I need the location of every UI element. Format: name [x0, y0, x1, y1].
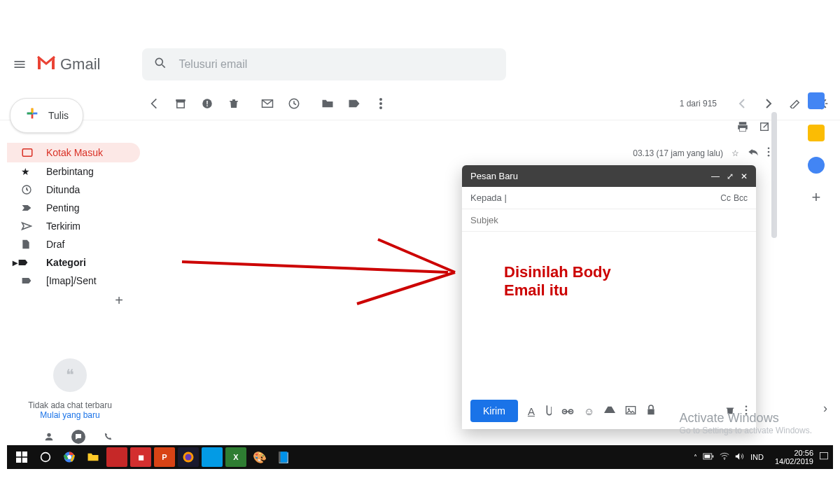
- emoji-icon[interactable]: ☺: [584, 405, 594, 417]
- chat-bubble-icon: ❝: [53, 358, 87, 392]
- taskbar-clock[interactable]: 20:56 14/02/2019: [775, 449, 813, 465]
- formatting-icon[interactable]: A: [528, 405, 535, 417]
- next-icon[interactable]: [762, 97, 776, 111]
- side-panel-toggle-icon[interactable]: ›: [823, 401, 827, 416]
- to-input[interactable]: [507, 192, 718, 203]
- fullscreen-icon[interactable]: ⤢: [727, 172, 734, 181]
- notifications-icon[interactable]: [819, 451, 829, 463]
- search-box[interactable]: [142, 48, 506, 80]
- svg-point-0: [156, 58, 163, 65]
- print-icon[interactable]: [736, 120, 749, 136]
- sidebar-item-categories[interactable]: ▸ Kategori: [7, 253, 140, 272]
- taskbar-app-4-icon[interactable]: 🎨: [249, 447, 270, 467]
- clock-icon: [21, 184, 35, 195]
- svg-line-1: [162, 65, 165, 68]
- cc-link[interactable]: Cc: [720, 193, 731, 203]
- add-label-button[interactable]: +: [7, 293, 140, 309]
- start-button[interactable]: [11, 447, 32, 467]
- mark-unread-icon[interactable]: [260, 97, 274, 111]
- labels-icon[interactable]: [347, 97, 361, 111]
- svg-point-25: [628, 408, 630, 410]
- spam-icon[interactable]: !: [200, 97, 214, 111]
- keep-addon-icon[interactable]: [808, 125, 825, 141]
- taskbar-app-1-icon[interactable]: [106, 447, 127, 467]
- volume-icon[interactable]: [735, 452, 745, 462]
- chats-tab-icon[interactable]: [71, 430, 85, 444]
- calendar-addon-icon[interactable]: [808, 92, 825, 109]
- annotation-arrow: [175, 234, 476, 311]
- compose-titlebar[interactable]: Pesan Baru — ⤢ ✕: [462, 165, 756, 187]
- compose-label: Tulis: [48, 110, 69, 121]
- scrollbar[interactable]: [771, 112, 777, 238]
- taskbar-app-3-icon[interactable]: [202, 447, 223, 467]
- powerpoint-icon[interactable]: P: [154, 447, 175, 467]
- gmail-m-icon: [36, 54, 56, 76]
- attach-icon[interactable]: [545, 404, 552, 419]
- sidebar-item-drafts[interactable]: Draf: [7, 235, 140, 253]
- send-button[interactable]: Kirim: [470, 400, 518, 422]
- add-addon-icon[interactable]: +: [808, 189, 825, 206]
- windows-watermark: Activate Windows Go to Settings to activ…: [680, 411, 812, 435]
- hamburger-menu-icon[interactable]: [11, 56, 28, 73]
- sidebar-item-imap-sent[interactable]: [Imap]/Sent: [7, 272, 140, 290]
- minimize-icon[interactable]: —: [711, 172, 720, 181]
- bcc-link[interactable]: Bcc: [734, 193, 748, 203]
- drive-icon[interactable]: [604, 405, 615, 417]
- contacts-tab-icon[interactable]: [42, 430, 56, 444]
- sidebar-item-sent[interactable]: Terkirim: [7, 217, 140, 235]
- link-icon[interactable]: [561, 405, 574, 417]
- subject-input[interactable]: [470, 215, 748, 225]
- move-to-icon[interactable]: [321, 97, 335, 111]
- star-icon: ★: [21, 166, 35, 177]
- compose-title: Pesan Baru: [470, 171, 518, 181]
- prev-icon[interactable]: [735, 97, 749, 111]
- file-explorer-icon[interactable]: [83, 447, 104, 467]
- star-icon[interactable]: ☆: [732, 148, 739, 158]
- phone-tab-icon[interactable]: [101, 430, 115, 444]
- wifi-icon[interactable]: [720, 452, 729, 462]
- battery-icon[interactable]: [703, 453, 714, 461]
- sidebar-item-inbox[interactable]: Kotak Masuk: [7, 143, 140, 162]
- compose-to-row[interactable]: Kepada | Cc Bcc: [462, 187, 756, 209]
- close-icon[interactable]: ✕: [741, 172, 748, 181]
- message-more-icon[interactable]: [767, 147, 770, 159]
- sent-icon: [21, 221, 35, 231]
- confidential-icon[interactable]: [646, 405, 656, 418]
- firefox-icon[interactable]: [178, 447, 199, 467]
- svg-point-41: [186, 454, 192, 461]
- svg-point-37: [41, 453, 50, 462]
- compose-button[interactable]: Tulis: [10, 98, 83, 133]
- input-tools-icon[interactable]: [788, 97, 802, 111]
- reply-icon[interactable]: [748, 147, 759, 159]
- taskbar-app-5-icon[interactable]: 📘: [273, 447, 294, 467]
- svg-rect-43: [713, 455, 714, 457]
- photo-icon[interactable]: [625, 405, 636, 417]
- svg-point-9: [379, 102, 382, 105]
- language-indicator[interactable]: IND: [750, 453, 764, 461]
- delete-icon[interactable]: [227, 97, 241, 111]
- sidebar-item-important[interactable]: Penting: [7, 199, 140, 217]
- compose-body[interactable]: [462, 232, 756, 393]
- sidebar-item-starred[interactable]: ★ Berbintang: [7, 162, 140, 181]
- tasks-addon-icon[interactable]: [808, 157, 825, 174]
- message-timestamp: 03.13 (17 jam yang lalu): [633, 148, 723, 158]
- sidebar-item-label: Terkirim: [46, 220, 80, 232]
- search-input[interactable]: [178, 58, 495, 71]
- archive-icon[interactable]: [174, 97, 188, 111]
- excel-icon[interactable]: X: [225, 447, 246, 467]
- hangouts-start-link[interactable]: Mulai yang baru: [7, 410, 133, 420]
- cortana-icon[interactable]: [35, 447, 56, 467]
- tray-chevron-icon[interactable]: ˄: [694, 454, 697, 461]
- sidebar-item-snoozed[interactable]: Ditunda: [7, 181, 140, 199]
- compose-subject-row[interactable]: [462, 209, 756, 232]
- system-tray[interactable]: ˄ IND 20:56 14/02/2019: [694, 449, 829, 465]
- chrome-icon[interactable]: [59, 447, 80, 467]
- new-window-icon[interactable]: [759, 121, 770, 135]
- svg-rect-33: [16, 451, 21, 456]
- back-icon[interactable]: [147, 97, 161, 111]
- snooze-icon[interactable]: [287, 97, 301, 111]
- inbox-icon: [21, 146, 35, 159]
- more-icon[interactable]: [374, 97, 388, 111]
- taskbar-app-2-icon[interactable]: ◼: [130, 447, 151, 467]
- annotation-line1: Disinilah Body: [504, 263, 611, 281]
